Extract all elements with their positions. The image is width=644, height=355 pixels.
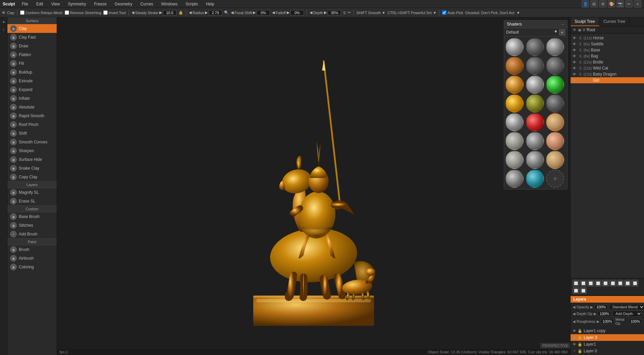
- layer-eye-layer1-copy[interactable]: 👁: [573, 329, 576, 333]
- tab-curves-tree[interactable]: Curves Tree: [599, 17, 630, 26]
- layer-eye-layer3[interactable]: 👁: [573, 336, 576, 340]
- tab-sculpt-tree[interactable]: Sculpt Tree: [571, 17, 599, 26]
- shader-ball-19[interactable]: [505, 151, 524, 169]
- menu-scripts[interactable]: Scripts: [184, 1, 199, 7]
- shader-ball-8[interactable]: [526, 76, 544, 94]
- roughness-value[interactable]: 100%: [601, 319, 614, 324]
- brush-item-brush[interactable]: ◉ Brush: [7, 245, 57, 254]
- toolbar-steady-stroke[interactable]: ◀ Steady Stroke ▶ 10.0: [131, 10, 176, 15]
- tree-eye-icon[interactable]: 👁: [573, 28, 577, 32]
- steady-stroke-value[interactable]: 10.0: [163, 10, 176, 15]
- toolbar-remove-stretching[interactable]: Remove Stretching: [65, 10, 102, 15]
- brush-item-coloring[interactable]: ◉ Coloring: [7, 263, 57, 271]
- layer-lock-layer0[interactable]: 🔓: [578, 349, 582, 353]
- rp-tool-8[interactable]: ⬜: [624, 280, 631, 286]
- camera-icon[interactable]: 📷: [616, 0, 624, 8]
- shader-ball-11[interactable]: [526, 94, 544, 113]
- layer-lock-layer1[interactable]: 🔒: [578, 342, 582, 347]
- shaders-dropdown[interactable]: Default ▼ +: [504, 28, 567, 37]
- rp-tool-6[interactable]: ⬜: [609, 280, 616, 286]
- invert-tool-checkbox[interactable]: [103, 10, 108, 15]
- tree-vis-icon[interactable]: ◉: [578, 28, 581, 32]
- depth-op-value[interactable]: 100%: [598, 311, 611, 316]
- opacity-value[interactable]: 100%: [594, 304, 608, 310]
- brush-item-fill[interactable]: ◉ Fill: [7, 59, 57, 68]
- palette-icon[interactable]: 🎨: [608, 0, 615, 8]
- layer-lock-layer3[interactable]: 🔓: [578, 336, 582, 340]
- tree-eye-base[interactable]: 👁: [573, 48, 576, 52]
- rp-tool-4[interactable]: ⬜: [595, 280, 601, 286]
- brush-item-magnify-sl[interactable]: ◉ Magnify SL: [7, 188, 57, 197]
- brush-item-rapid-smooth[interactable]: ◉ Rapid Smooth: [7, 112, 57, 120]
- menu-help[interactable]: Help: [205, 1, 216, 7]
- shader-ball-5[interactable]: [526, 57, 544, 75]
- layer-item-layer3[interactable]: 👁 🔓 Layer 3: [571, 334, 644, 341]
- shader-ball-18[interactable]: [546, 132, 564, 150]
- shader-ball-9[interactable]: [546, 76, 564, 94]
- metal-op-value[interactable]: 100%: [629, 319, 642, 324]
- shift-dropdown-icon[interactable]: ▼: [382, 11, 385, 15]
- shader-ball-22[interactable]: [505, 170, 524, 188]
- rp-tool-5[interactable]: ⬜: [602, 280, 609, 286]
- shader-ball-2[interactable]: [526, 38, 544, 56]
- shader-ball-20[interactable]: [526, 151, 544, 169]
- tree-item-horse[interactable]: 👁 S [11x] Horse: [571, 35, 644, 41]
- shaders-dropdown-arrow[interactable]: ▼: [554, 29, 558, 35]
- layer-item-layer0[interactable]: 👁 🔓 Layer 0: [571, 348, 644, 354]
- shader-ball-14[interactable]: [526, 113, 544, 131]
- ctrl-shift-dropdown-icon[interactable]: ▼: [433, 11, 436, 15]
- brush-item-copy-clay[interactable]: ◉ Copy Clay: [7, 173, 57, 181]
- falloff-value[interactable]: 0%: [290, 10, 304, 15]
- menu-curves[interactable]: Curves: [139, 1, 155, 7]
- conform-retopo-checkbox[interactable]: [20, 10, 24, 15]
- brush-item-inflate[interactable]: ◉ Inflate: [7, 94, 57, 103]
- shader-ball-3[interactable]: [546, 38, 564, 56]
- brush-item-stitches[interactable]: ◉ Stitches: [7, 221, 57, 230]
- brush-item-buildup[interactable]: ◉ Buildup: [7, 68, 57, 77]
- menu-freeze[interactable]: Freeze: [93, 1, 108, 7]
- tree-item-bridle[interactable]: 👁 S [12x] Bridle: [571, 59, 644, 65]
- tree-item-bag[interactable]: 👁 S [8x] Bag: [571, 53, 644, 59]
- depth-value[interactable]: 35%: [328, 10, 341, 15]
- shader-ball-add[interactable]: +: [546, 170, 564, 188]
- rp-tool-11[interactable]: ⬜: [580, 287, 587, 294]
- layer-eye-layer1[interactable]: 👁: [573, 342, 576, 346]
- depth-mode-select[interactable]: Add Depth: [612, 311, 642, 317]
- brush-item-absolute[interactable]: ◉ Absolute: [7, 103, 57, 112]
- tree-item-wild-cat[interactable]: 👁 S [12x] Wild Cat: [571, 65, 644, 71]
- brush-item-smooth-convex[interactable]: ◉ Smooth Convex: [7, 138, 57, 146]
- tree-eye-bag[interactable]: 👁: [573, 54, 576, 58]
- edit-icon[interactable]: ✏: [625, 0, 633, 8]
- tree-eye-bridle[interactable]: 👁: [573, 60, 576, 64]
- rp-tool-2[interactable]: ⬜: [580, 280, 587, 286]
- brush-item-snake-clay[interactable]: ◉ Snake Clay: [7, 164, 57, 173]
- user-icon[interactable]: 👤: [582, 0, 589, 8]
- tree-eye-wild-cat[interactable]: 👁: [573, 66, 576, 70]
- tree-item-baby-dragon[interactable]: 👁 S [12x] Baby Dragon: [571, 71, 644, 77]
- radius-value[interactable]: 2.79: [209, 10, 222, 15]
- tree-eye-horse[interactable]: 👁: [573, 36, 576, 40]
- shader-ball-12[interactable]: [546, 94, 564, 113]
- brush-item-shift[interactable]: ◉ Shift: [7, 129, 57, 138]
- more-icon[interactable]: ≡: [634, 0, 641, 8]
- layer-item-layer1[interactable]: 👁 🔒 Layer1: [571, 341, 644, 348]
- rp-tool-9[interactable]: ⬜: [632, 280, 638, 286]
- rp-tool-7[interactable]: ⬜: [617, 280, 624, 286]
- grid-icon[interactable]: ⊞: [590, 0, 598, 8]
- rp-tool-1[interactable]: ⬜: [573, 280, 579, 286]
- brush-item-sharpen[interactable]: ◉ Sharpen: [7, 146, 57, 155]
- tree-item-saddle[interactable]: 👁 S [6x] Saddle: [571, 41, 644, 47]
- tree-item-base[interactable]: 👁 S [9x] Base: [571, 47, 644, 53]
- shader-ball-1[interactable]: [505, 38, 524, 56]
- shader-ball-13[interactable]: [505, 113, 524, 131]
- transform-icon[interactable]: ↕: [0, 26, 7, 33]
- brush-item-expand[interactable]: ◉ Expand: [7, 85, 57, 94]
- rp-tool-3[interactable]: ⬜: [587, 280, 594, 286]
- brush-item-extrude[interactable]: ◉ Extrude: [7, 77, 57, 85]
- shader-ball-10[interactable]: [505, 94, 524, 113]
- shader-ball-7[interactable]: [505, 76, 524, 94]
- brush-item-draw[interactable]: ◉ Draw: [7, 42, 57, 50]
- auto-pick-checkbox[interactable]: [442, 10, 446, 15]
- layer-item-layer1-copy[interactable]: 👁 🔓 Layer1 copy: [571, 327, 644, 334]
- brush-item-airbrush[interactable]: ◉ Airbrush: [7, 254, 57, 263]
